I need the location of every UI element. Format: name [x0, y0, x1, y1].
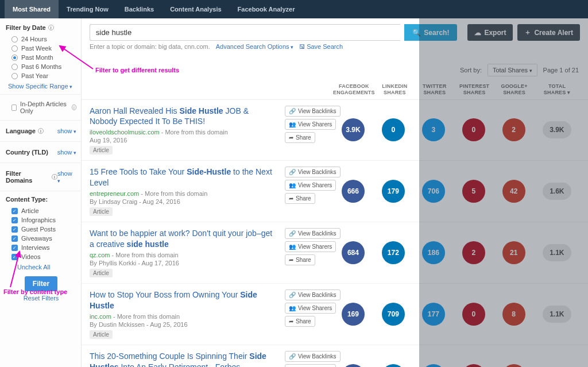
info-icon: i	[48, 25, 54, 30]
pinterest-bubble: 0	[462, 118, 485, 141]
date-option-past-year[interactable]: Past Year	[6, 71, 76, 80]
result-meta: By Phyllis Korkki - Aug 17, 2016	[90, 260, 278, 266]
result-domain[interactable]: iloveoldschoolmusic.com - More from this…	[90, 129, 278, 136]
export-button[interactable]: ☁Export	[467, 24, 513, 41]
search-button[interactable]: 🔍Search!	[404, 24, 457, 41]
checkbox-label: Guest Posts	[21, 226, 56, 233]
page-indicator: Page 1 of 21	[543, 67, 579, 74]
result-title[interactable]: This 20-Something Couple Is Spinning The…	[90, 351, 278, 367]
col-header: FACEBOOKENGAGEMENTS	[333, 83, 375, 96]
save-search-link[interactable]: 🖫 Save Search	[299, 43, 343, 50]
chevron-down-icon: ▾	[567, 90, 570, 95]
facebook-bubble: 666	[342, 180, 365, 203]
checkbox-icon: ✓	[11, 217, 18, 223]
result-title[interactable]: How to Stop Your Boss from Owning Your S…	[90, 289, 278, 311]
date-option-past-month[interactable]: Past Month	[6, 53, 76, 62]
in-depth-label: In-Depth Articles Only	[20, 101, 68, 114]
radio-icon	[11, 55, 18, 61]
uncheck-all[interactable]: Uncheck All	[6, 261, 76, 271]
radio-label: 24 Hours	[21, 36, 47, 43]
search-hints: Enter a topic or domain: big data, cnn.c…	[82, 43, 588, 53]
filter-domains-row[interactable]: Filter Domainsi show	[6, 168, 76, 186]
sort-row: Sort by: Total Shares Page 1 of 21	[82, 53, 588, 80]
nav-tab-trending-now[interactable]: Trending Now	[59, 0, 117, 18]
view-backlinks-button[interactable]: 🔗View Backlinks	[285, 351, 341, 362]
show-specific-range[interactable]: Show Specific Range	[6, 80, 76, 90]
link-icon: 🔗	[289, 292, 296, 298]
advanced-search-link[interactable]: Advanced Search Options	[216, 43, 293, 50]
share-icon: ➦	[289, 257, 293, 263]
pinterest-bubble: 0	[462, 364, 485, 367]
info-icon: i	[52, 174, 57, 180]
view-sharers-button[interactable]: 👥View Sharers	[285, 241, 336, 252]
share-button[interactable]: ➦Share	[285, 132, 315, 143]
content-tag: Article	[90, 330, 113, 339]
share-icon: ➦	[289, 195, 293, 202]
twitter-bubble: 177	[422, 303, 445, 326]
result-meta: Aug 19, 2016	[90, 137, 278, 144]
twitter-bubble: 706	[422, 180, 445, 203]
nav-tab-content-analysis[interactable]: Content Analysis	[162, 0, 229, 18]
date-option-past-6-months[interactable]: Past 6 Months	[6, 62, 76, 71]
content-tag: Article	[90, 146, 113, 154]
users-icon: 👥	[289, 305, 296, 311]
search-input[interactable]	[90, 24, 400, 41]
sort-select[interactable]: Total Shares	[488, 64, 537, 76]
result-title[interactable]: Aaron Hall Revealed His Side Hustle JOB …	[90, 106, 278, 128]
show-link[interactable]: show	[57, 170, 76, 184]
show-link[interactable]: show	[57, 128, 76, 134]
cloud-download-icon: ☁	[474, 29, 481, 37]
checkbox-icon: ✓	[11, 245, 18, 251]
reset-filters[interactable]: Reset Filters	[6, 295, 76, 302]
in-depth-checkbox[interactable]: ✓ In-Depth Articles Only i	[6, 99, 76, 115]
result-domain[interactable]: entrepreneur.com - More from this domain	[90, 190, 278, 197]
view-backlinks-button[interactable]: 🔗View Backlinks	[285, 106, 341, 117]
view-backlinks-button[interactable]: 🔗View Backlinks	[285, 228, 341, 239]
create-alert-button[interactable]: ＋Create Alert	[517, 24, 580, 41]
result-title[interactable]: 15 Free Tools to Take Your Side-Hustle t…	[90, 167, 278, 188]
view-sharers-button[interactable]: 👥View Sharers	[285, 364, 336, 367]
plus-icon: ＋	[524, 28, 531, 37]
radio-label: Past Year	[21, 72, 48, 79]
date-option-24-hours[interactable]: 24 Hours	[6, 34, 76, 44]
info-icon: i	[38, 128, 44, 134]
share-button[interactable]: ➦Share	[285, 254, 315, 265]
col-header[interactable]: TOTALSHARES ▾	[534, 83, 580, 96]
total-shares-pill: 3.9K	[543, 121, 571, 138]
content-type-article[interactable]: ✓Article	[6, 206, 76, 215]
content-type-giveaways[interactable]: ✓Giveaways	[6, 234, 76, 243]
view-sharers-button[interactable]: 👥View Sharers	[285, 119, 336, 130]
content-type-infographics[interactable]: ✓Infographics	[6, 215, 76, 225]
nav-tab-backlinks[interactable]: Backlinks	[117, 0, 162, 18]
linkedin-bubble: 179	[382, 180, 405, 203]
radio-label: Past Month	[21, 54, 53, 61]
checkbox-icon: ✓	[11, 105, 17, 111]
language-row[interactable]: Languagei show	[6, 125, 76, 137]
pinterest-bubble: 5	[462, 180, 485, 203]
content-type-guest-posts[interactable]: ✓Guest Posts	[6, 225, 76, 234]
share-button[interactable]: ➦Share	[285, 316, 315, 327]
content-type-interviews[interactable]: ✓Interviews	[6, 243, 76, 252]
nav-tab-facebook-analyzer[interactable]: Facebook Analyzer	[230, 0, 303, 18]
checkbox-label: Giveaways	[21, 235, 52, 242]
view-backlinks-button[interactable]: 🔗View Backlinks	[285, 289, 341, 300]
filter-button[interactable]: Filter	[25, 276, 57, 291]
view-sharers-button[interactable]: 👥View Sharers	[285, 303, 336, 314]
nav-tab-most-shared[interactable]: Most Shared	[5, 0, 59, 18]
view-sharers-button[interactable]: 👥View Sharers	[285, 180, 336, 191]
link-icon: 🔗	[289, 108, 296, 114]
result-title[interactable]: Want to be happier at work? Don't quit y…	[90, 228, 278, 250]
share-button[interactable]: ➦Share	[285, 193, 315, 204]
content-type-videos[interactable]: ✓Videos	[6, 252, 76, 261]
result-domain[interactable]: qz.com - More from this domain	[90, 252, 278, 258]
result-row: How to Stop Your Boss from Owning Your S…	[82, 284, 588, 345]
country-row[interactable]: Country (TLD) show	[6, 146, 76, 158]
result-meta: By Dustin Mckissen - Aug 25, 2016	[90, 321, 278, 328]
share-icon: ➦	[289, 318, 293, 324]
result-domain[interactable]: inc.com - More from this domain	[90, 313, 278, 320]
show-link[interactable]: show	[57, 149, 76, 156]
view-backlinks-button[interactable]: 🔗View Backlinks	[285, 167, 341, 177]
total-shares-pill: 1.1K	[543, 306, 571, 323]
googleplus-bubble: 42	[502, 180, 525, 203]
date-option-past-week[interactable]: Past Week	[6, 44, 76, 53]
